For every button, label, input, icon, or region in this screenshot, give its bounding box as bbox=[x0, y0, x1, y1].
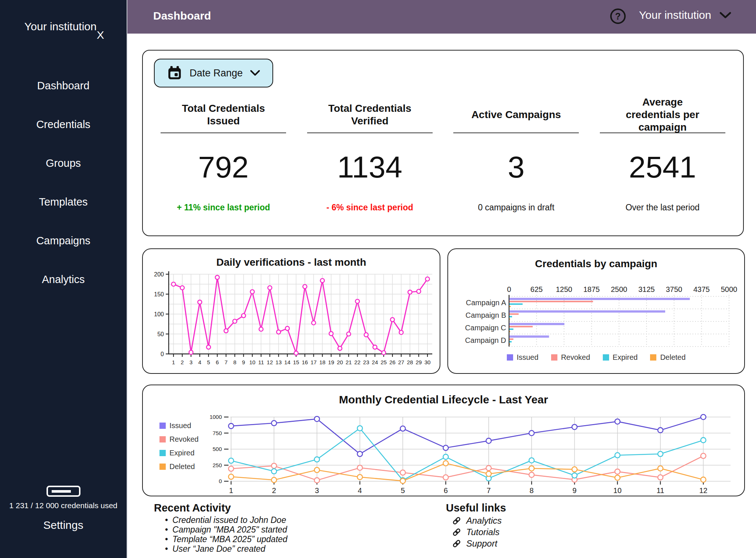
svg-text:9: 9 bbox=[573, 486, 577, 495]
svg-text:1000: 1000 bbox=[210, 414, 222, 420]
legend-item-issued: Issued bbox=[159, 421, 199, 430]
monthly-lifecycle-card: Monthly Credential Lifecycle - Last Year… bbox=[142, 385, 745, 496]
kpi-title: Total Credentials Issued bbox=[175, 102, 271, 127]
svg-text:1: 1 bbox=[229, 486, 233, 495]
kpi-value: 792 bbox=[150, 149, 297, 185]
svg-text:12: 12 bbox=[267, 359, 273, 365]
top-bar: Dashboard ? Your institution bbox=[127, 0, 756, 34]
sidebar-nav: Dashboard Credentials Groups Templates C… bbox=[0, 79, 127, 286]
legend-item-deleted: Deleted bbox=[650, 353, 685, 362]
svg-text:7: 7 bbox=[487, 486, 491, 495]
divider bbox=[453, 132, 579, 133]
svg-text:8: 8 bbox=[530, 486, 534, 495]
legend-swatch bbox=[551, 354, 557, 361]
monthly-lifecycle-chart: 02505007501000123456789101112 bbox=[209, 404, 743, 497]
link-icon bbox=[452, 516, 461, 525]
link-support[interactable]: Support bbox=[452, 539, 502, 548]
kpi-value: 1134 bbox=[297, 149, 443, 185]
svg-text:29: 29 bbox=[416, 359, 422, 365]
kpi-value: 2541 bbox=[590, 149, 736, 185]
svg-text:4: 4 bbox=[358, 486, 362, 495]
svg-text:9: 9 bbox=[242, 359, 245, 365]
monthly-chart-title: Monthly Credential Lifecycle - Last Year bbox=[143, 393, 744, 406]
svg-text:7: 7 bbox=[224, 359, 227, 365]
credentials-by-campaign-card: Credentials by campaign 0625125018752500… bbox=[447, 248, 745, 374]
kpi-average-per-campaign: Average credentials per campaign 2541 Ov… bbox=[590, 98, 736, 213]
institution-switcher[interactable]: Your institution bbox=[639, 9, 731, 21]
svg-text:10: 10 bbox=[614, 486, 622, 495]
svg-text:Campaign A: Campaign A bbox=[466, 299, 506, 307]
svg-text:1250: 1250 bbox=[556, 285, 573, 293]
monthly-chart-legend: IssuedRevokedExpiredDeleted bbox=[159, 421, 199, 471]
credentials-usage-text: 1 231 / 12 000 credentials used bbox=[0, 501, 127, 510]
campaign-chart-legend: IssuedRevokedExpiredDeleted bbox=[448, 353, 744, 362]
sidebar-item-settings[interactable]: Settings bbox=[0, 519, 127, 531]
legend-item-revoked: Revoked bbox=[159, 435, 199, 444]
kpi-note: - 6% since last period bbox=[297, 203, 443, 213]
credentials-by-campaign-chart: 06251250187525003125375043755000Campaign… bbox=[452, 284, 742, 352]
svg-text:18: 18 bbox=[319, 359, 326, 365]
link-label: Support bbox=[466, 539, 497, 548]
sidebar-item-groups[interactable]: Groups bbox=[46, 157, 81, 169]
legend-item-expired: Expired bbox=[159, 449, 199, 457]
divider bbox=[161, 132, 286, 133]
link-analytics[interactable]: Analytics bbox=[452, 516, 502, 526]
kpi-note: + 11% since last period bbox=[150, 203, 297, 213]
date-range-button[interactable]: Date Range bbox=[154, 59, 273, 87]
svg-text:Campaign C: Campaign C bbox=[465, 324, 506, 332]
svg-text:5000: 5000 bbox=[721, 285, 738, 293]
legend-swatch bbox=[159, 423, 166, 429]
svg-text:5: 5 bbox=[401, 486, 405, 495]
svg-text:2: 2 bbox=[181, 359, 184, 365]
legend-swatch bbox=[650, 354, 656, 361]
sidebar-item-dashboard[interactable]: Dashboard bbox=[37, 79, 90, 92]
calendar-icon bbox=[167, 66, 182, 80]
svg-text:200: 200 bbox=[154, 271, 164, 278]
svg-text:17: 17 bbox=[310, 359, 317, 365]
svg-text:26: 26 bbox=[389, 359, 396, 365]
legend-label: Revoked bbox=[561, 353, 590, 362]
useful-links-title: Useful links bbox=[446, 502, 506, 514]
activity-item: Campaign "MBA 2025" started bbox=[165, 525, 288, 534]
sidebar-close-button[interactable]: X bbox=[97, 29, 104, 41]
kpi-active-campaigns: Active Campaigns 3 0 campaigns in draft bbox=[443, 98, 590, 213]
sidebar-item-templates[interactable]: Templates bbox=[39, 196, 87, 208]
svg-text:0: 0 bbox=[507, 285, 511, 293]
svg-text:4: 4 bbox=[198, 359, 201, 365]
svg-text:6: 6 bbox=[216, 359, 219, 365]
kpi-row: Total Credentials Issued 792 + 11% since… bbox=[150, 98, 736, 213]
legend-item-revoked: Revoked bbox=[551, 353, 590, 362]
kpi-title: Total Credentials Verified bbox=[322, 102, 418, 127]
sidebar-item-credentials[interactable]: Credentials bbox=[36, 118, 90, 131]
kpi-note: Over the last period bbox=[590, 203, 736, 213]
legend-label: Issued bbox=[517, 353, 539, 362]
recent-activity-list: Credential issued to John Doe Campaign "… bbox=[165, 515, 288, 554]
useful-links-list: Analytics Tutorials Support bbox=[452, 516, 502, 548]
svg-text:Campaign B: Campaign B bbox=[465, 311, 506, 319]
kpi-value: 3 bbox=[443, 149, 590, 185]
page-title: Dashboard bbox=[153, 10, 211, 22]
link-tutorials[interactable]: Tutorials bbox=[452, 527, 502, 537]
kpi-total-issued: Total Credentials Issued 792 + 11% since… bbox=[150, 98, 297, 213]
legend-swatch bbox=[159, 436, 166, 442]
svg-text:250: 250 bbox=[213, 462, 222, 468]
svg-text:500: 500 bbox=[213, 446, 222, 452]
date-range-label: Date Range bbox=[189, 68, 243, 79]
svg-text:8: 8 bbox=[233, 359, 236, 365]
recent-activity-title: Recent Activity bbox=[154, 502, 231, 514]
activity-item: User “Jane Doe” created bbox=[165, 544, 288, 554]
svg-text:11: 11 bbox=[657, 486, 664, 495]
sidebar-item-campaigns[interactable]: Campaigns bbox=[36, 234, 90, 247]
help-icon[interactable]: ? bbox=[610, 8, 626, 24]
svg-text:3: 3 bbox=[315, 486, 319, 495]
svg-text:13: 13 bbox=[275, 359, 282, 365]
institution-switcher-label: Your institution bbox=[639, 9, 711, 21]
svg-text:50: 50 bbox=[157, 331, 164, 337]
sidebar-item-analytics[interactable]: Analytics bbox=[42, 273, 85, 286]
svg-text:28: 28 bbox=[407, 359, 413, 365]
divider bbox=[307, 132, 433, 133]
legend-swatch bbox=[159, 450, 166, 456]
svg-text:14: 14 bbox=[284, 359, 291, 365]
svg-text:0: 0 bbox=[161, 351, 164, 357]
svg-text:2: 2 bbox=[272, 486, 276, 495]
